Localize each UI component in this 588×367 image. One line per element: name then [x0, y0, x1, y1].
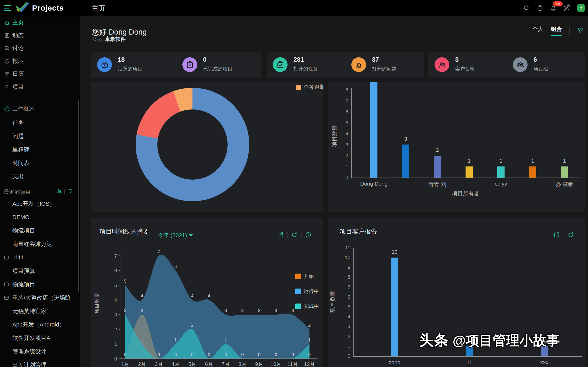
bar — [466, 166, 473, 178]
sidebar-item-projects[interactable]: 项目 — [0, 81, 80, 93]
x-axis-title: 项目所有者 — [452, 190, 479, 197]
sidebar-subitem[interactable]: 里程碑 — [0, 143, 80, 156]
svg-text:5月: 5月 — [188, 361, 196, 367]
sidebar-recent-project[interactable]: 无锡英特宜家 — [0, 305, 80, 318]
donut-legend[interactable]: 任务逾期 — [296, 84, 323, 91]
stat-value: 0 — [203, 56, 206, 63]
sidebar-recent-project[interactable]: 出差计划管理 — [0, 358, 80, 367]
svg-text:4: 4 — [141, 293, 143, 298]
stats-panel: 281打开的任务37打开的问题 — [267, 52, 424, 78]
recent-project-label: App开发（Android） — [12, 321, 65, 329]
stat-card[interactable]: 3客户公司 — [428, 52, 507, 78]
topbar: Projects 主页 99+ + — [0, 0, 588, 16]
y-tick-label: 1 — [335, 164, 348, 170]
stat-card[interactable]: 37打开的问题 — [345, 52, 424, 78]
sidebar-recent-project[interactable]: 软件开发项目A — [0, 331, 80, 345]
sidebar-section-work-overview[interactable]: 工作概述 — [0, 103, 80, 115]
sidebar-subitem[interactable]: 时间表 — [0, 156, 80, 170]
sidebar-item-reports[interactable]: 报表 — [0, 55, 80, 68]
panel-project-status-donut: 任务逾期 — [91, 82, 323, 212]
stat-card[interactable]: 18活跃的项目 — [91, 52, 176, 78]
stat-label: 打开的问题 — [372, 66, 397, 72]
sidebar-subitem-label: 支出 — [12, 173, 24, 180]
sidebar-main-menu: 主页动态讨论报表日历项目 — [0, 16, 80, 93]
sidebar-recent-project[interactable]: DEMO — [0, 211, 80, 224]
sidebar-recent-project[interactable]: App开发（IOS） — [0, 197, 80, 211]
sidebar-recent-project[interactable]: App开发（Android） — [0, 318, 80, 331]
y-axis — [351, 88, 352, 178]
sidebar-work-items: 任务问题里程碑时间表支出 — [0, 116, 80, 183]
sidebar-recent-project[interactable]: 1111 — [0, 251, 80, 264]
svg-text:3: 3 — [258, 308, 260, 313]
divider — [507, 55, 507, 75]
stat-card[interactable]: 281打开的任务 — [267, 52, 345, 78]
y-tick-label: 3 — [337, 324, 350, 329]
stat-card[interactable]: 0已完成的项目 — [176, 52, 261, 78]
svg-text:10月: 10月 — [270, 361, 281, 367]
svg-text:0: 0 — [191, 352, 193, 357]
svg-text:8月: 8月 — [238, 361, 246, 367]
funnel-icon[interactable] — [577, 27, 584, 34]
stat-value: 37 — [372, 56, 379, 63]
svg-text:2: 2 — [191, 323, 193, 328]
hamburger-menu-icon[interactable] — [4, 5, 11, 11]
stat-card[interactable]: 6项目组 — [507, 52, 585, 78]
bar-value-label: 2 — [428, 147, 446, 153]
svg-text:0: 0 — [114, 356, 117, 362]
y-tick-label: 6 — [335, 109, 348, 115]
divider — [64, 189, 65, 194]
company-name: 卓豪软件 — [105, 36, 126, 42]
stat-label: 客户公司 — [455, 66, 475, 72]
tools-icon[interactable] — [563, 4, 570, 12]
company-label: 公司: — [92, 36, 104, 42]
y-tick-label: 5 — [337, 304, 350, 310]
project-board-icon — [4, 295, 9, 301]
sidebar-item-calendar[interactable]: 日历 — [0, 68, 80, 81]
sidebar-subitem[interactable]: 问题 — [0, 130, 80, 143]
logo-row: Projects — [0, 0, 80, 16]
sliders-icon[interactable] — [56, 188, 62, 194]
svg-text:6: 6 — [114, 268, 117, 273]
sidebar-item-label: 主页 — [12, 19, 24, 26]
svg-text:0: 0 — [291, 352, 294, 357]
y-tick-label: 2 — [335, 153, 348, 158]
bar-value-label: 10 — [385, 249, 404, 255]
bar-value-label: 1 — [460, 158, 478, 164]
svg-text:9月: 9月 — [255, 361, 263, 367]
svg-text:11月: 11月 — [288, 361, 298, 367]
sidebar-recent-project[interactable]: 重装/大整改店（进场阶 — [0, 291, 80, 305]
sidebar-item-home[interactable]: 主页 — [0, 16, 80, 29]
svg-text:3: 3 — [225, 308, 227, 313]
stat-label: 项目组 — [533, 66, 548, 72]
sidebar-recent-project[interactable]: 项目预算 — [0, 264, 80, 278]
tab-personal[interactable]: 个人 — [532, 25, 544, 36]
panel-project-timeline: 项目时间线的摘要 今年 (2021) 012345671月2月3月4月5月6月7… — [91, 218, 323, 367]
sidebar-recent-project[interactable]: 管理系统设计 — [0, 345, 80, 358]
y-tick-label: 1 — [337, 344, 350, 349]
sidebar-recent-project[interactable]: 南昌红谷滩万达 — [0, 237, 80, 251]
sidebar-recent-project[interactable]: 物流项目 — [0, 224, 80, 237]
chevron-up-circle-icon — [4, 106, 10, 112]
sidebar-subitem[interactable]: 支出 — [0, 170, 80, 183]
timer-icon[interactable] — [536, 4, 544, 12]
search-icon[interactable] — [523, 4, 530, 12]
tab-portfolio[interactable]: 组合 — [551, 25, 562, 36]
sidebar-subitem-label: 里程碑 — [12, 146, 29, 154]
plus-icon[interactable]: + — [577, 4, 585, 12]
recent-project-label: 1111 — [12, 254, 24, 261]
section-label: 工作概述 — [12, 105, 34, 113]
svg-text:0: 0 — [275, 352, 277, 357]
sidebar-item-feed[interactable]: 动态 — [0, 29, 80, 42]
search-projects-icon[interactable] — [68, 188, 74, 194]
y-tick-label: 0 — [335, 175, 348, 180]
sidebar-subitem-label: 问题 — [12, 132, 24, 140]
sidebar-scrollbar[interactable] — [78, 100, 79, 292]
sidebar-subitem[interactable]: 任务 — [0, 116, 80, 130]
stat-label: 已完成的项目 — [203, 66, 233, 72]
y-axis-title: 项目数量 — [329, 291, 336, 313]
bar — [391, 258, 398, 356]
sidebar-item-discuss[interactable]: 讨论 — [0, 42, 80, 55]
sidebar-recent-project[interactable]: 物流项目 — [0, 278, 80, 291]
reports-icon — [4, 58, 10, 64]
bell-icon[interactable]: 99+ — [550, 4, 557, 12]
